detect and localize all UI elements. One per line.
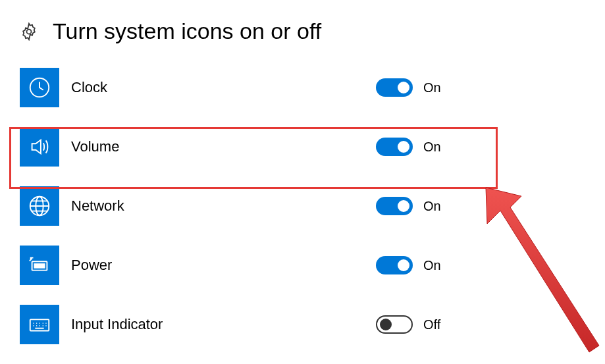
clock-toggle[interactable] — [376, 78, 413, 97]
row-label: Input Indicator — [71, 316, 376, 333]
toggle-state-label: On — [423, 258, 447, 273]
row-power: Power On — [20, 246, 585, 285]
row-label: Clock — [71, 79, 376, 96]
row-volume: Volume On — [20, 127, 585, 167]
svg-rect-5 — [34, 263, 45, 269]
system-icons-list: Clock On Volume On Netwo — [0, 51, 605, 344]
toggle-state-label: On — [423, 80, 447, 95]
keyboard-icon — [20, 305, 59, 344]
clock-icon — [20, 68, 59, 107]
svg-point-0 — [27, 29, 32, 34]
row-input-indicator: Input Indicator Off — [20, 305, 585, 344]
row-label: Volume — [71, 138, 376, 155]
network-icon — [20, 186, 59, 226]
page-title: Turn system icons on or off — [53, 18, 321, 44]
power-icon — [20, 246, 59, 285]
toggle-group-input-indicator: Off — [376, 315, 447, 334]
input-indicator-toggle[interactable] — [376, 315, 413, 334]
power-toggle[interactable] — [376, 256, 413, 274]
volume-icon — [20, 127, 59, 167]
toggle-state-label: On — [423, 140, 447, 155]
row-label: Network — [71, 197, 376, 215]
row-clock: Clock On — [20, 68, 585, 107]
toggle-group-clock: On — [376, 78, 447, 97]
toggle-state-label: Off — [423, 317, 447, 332]
gear-icon — [20, 22, 38, 41]
toggle-group-power: On — [376, 256, 447, 274]
network-toggle[interactable] — [376, 197, 413, 215]
page-header: Turn system icons on or off — [0, 0, 605, 51]
toggle-group-volume: On — [376, 138, 447, 156]
toggle-group-network: On — [376, 197, 447, 215]
row-label: Power — [71, 257, 376, 274]
volume-toggle[interactable] — [376, 138, 413, 156]
row-network: Network On — [20, 186, 585, 226]
toggle-state-label: On — [423, 199, 447, 214]
